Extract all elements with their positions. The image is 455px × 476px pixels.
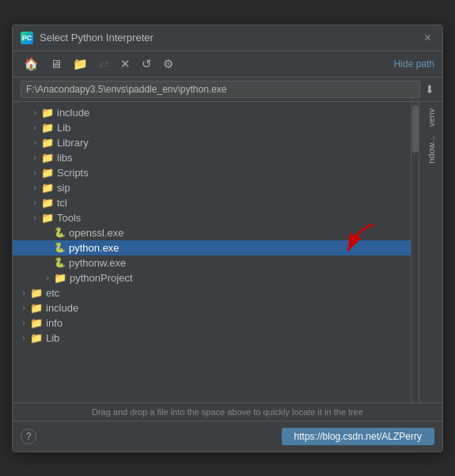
folder-icon: 📁 (30, 317, 43, 329)
item-label: tcl (57, 197, 67, 209)
chevron-icon: › (28, 168, 41, 177)
chevron-icon: › (28, 198, 41, 207)
item-label: Tools (57, 212, 81, 224)
tree-item-info[interactable]: › 📁 info (13, 315, 411, 331)
folder-icon: 📁 (30, 332, 43, 344)
monitor-button[interactable]: 🖥 (47, 55, 65, 73)
tree-item-openssl[interactable]: 🐍 openssl.exe (13, 225, 411, 240)
tree-item-tools[interactable]: › 📁 Tools (13, 210, 411, 225)
folder-button[interactable]: 📁 (70, 55, 91, 74)
tree-item-pythonw[interactable]: 🐍 pythonw.exe (13, 255, 411, 270)
chevron-icon: › (28, 108, 41, 117)
folder-icon: 📁 (54, 272, 66, 284)
chevron-icon: › (28, 123, 41, 132)
folder-icon: 📁 (30, 302, 43, 314)
folder-icon: 📁 (41, 212, 54, 224)
tree-item-libs[interactable]: › 📁 libs (13, 150, 411, 165)
path-input[interactable] (21, 81, 420, 98)
chevron-icon: › (17, 303, 30, 312)
tree-item-lib2[interactable]: › 📁 Lib (13, 331, 411, 346)
item-label: include (46, 302, 78, 314)
pycharm-logo: PC (21, 32, 33, 44)
status-message: Drag and drop a file into the space abov… (92, 407, 363, 417)
tree-item-scripts[interactable]: › 📁 Scripts (13, 165, 411, 180)
item-label: Library (57, 137, 89, 149)
file-icon: 🐍 (54, 257, 66, 268)
chevron-icon: › (17, 318, 30, 327)
python-file-icon: 🐍 (54, 242, 66, 253)
item-label-python-exe: python.exe (69, 242, 119, 254)
close-button[interactable]: × (421, 30, 434, 46)
ok-button[interactable]: https://blog.csdn.net/ALZPerry (282, 428, 434, 445)
folder-icon: 📁 (41, 137, 54, 149)
folder-icon: 📁 (41, 167, 54, 179)
folder-icon: 📁 (41, 152, 54, 164)
tree-item-tcl[interactable]: › 📁 tcl (13, 195, 411, 210)
download-button[interactable]: ⬇ (425, 83, 434, 96)
title-left: PC Select Python Interpreter (21, 32, 154, 44)
folder-icon: 📁 (30, 287, 43, 299)
folder-icon: 📁 (41, 197, 54, 209)
toolbar: 🏠 🖥 📁 ⇄ ✕ ↺ ⚙ Hide path (13, 51, 442, 77)
settings-button[interactable]: ⚙ (160, 55, 176, 74)
folder-icon: 📁 (41, 122, 54, 134)
file-icon: 🐍 (54, 227, 66, 238)
title-bar: PC Select Python Interpreter × (13, 25, 442, 51)
item-label: Lib (46, 332, 59, 344)
tree-item-include2[interactable]: › 📁 include (13, 300, 411, 315)
tree-item-library[interactable]: › 📁 Library (13, 135, 411, 150)
side-panel: venv ndow... (419, 102, 442, 402)
folder-icon: 📁 (41, 182, 54, 194)
item-label: sip (57, 182, 70, 194)
help-button[interactable]: ? (21, 429, 36, 444)
item-label: info (46, 317, 63, 329)
refresh-button[interactable]: ↺ (138, 55, 155, 74)
chevron-icon: › (41, 273, 54, 282)
chevron-icon: › (28, 138, 41, 147)
chevron-icon: › (17, 288, 30, 297)
folder-icon: 📁 (41, 107, 54, 119)
select-interpreter-dialog: PC Select Python Interpreter × 🏠 🖥 📁 ⇄ ✕… (12, 25, 443, 452)
item-label: include (57, 107, 89, 119)
chevron-icon: › (28, 153, 41, 162)
chevron-icon: › (17, 333, 30, 342)
chevron-icon: › (28, 183, 41, 192)
item-label: Lib (57, 122, 70, 134)
file-tree[interactable]: › 📁 include › 📁 Lib › 📁 Library › 📁 libs (13, 102, 411, 402)
tree-item-pythonproject[interactable]: › 📁 pythonProject (13, 270, 411, 285)
item-label: pythonProject (70, 272, 133, 284)
item-label: pythonw.exe (69, 257, 126, 269)
item-label: libs (57, 152, 73, 164)
path-bar: ⬇ (13, 77, 442, 102)
chevron-icon: › (28, 213, 41, 222)
tree-item-python-exe[interactable]: 🐍 python.exe (13, 240, 411, 255)
tree-item-lib[interactable]: › 📁 Lib (13, 120, 411, 135)
item-label: Scripts (57, 167, 89, 179)
tree-item-etc[interactable]: › 📁 etc (13, 285, 411, 300)
tree-item-include[interactable]: › 📁 include (13, 105, 411, 120)
delete-button[interactable]: ✕ (117, 55, 134, 74)
dialog-title: Select Python Interpreter (40, 32, 154, 43)
scrollbar[interactable] (411, 102, 419, 402)
toolbar-buttons: 🏠 🖥 📁 ⇄ ✕ ↺ ⚙ (21, 55, 176, 74)
ndow-label: ndow... (423, 133, 439, 167)
item-label: openssl.exe (69, 227, 123, 239)
hide-path-button[interactable]: Hide path (394, 59, 434, 70)
scrollbar-thumb[interactable] (412, 105, 419, 153)
main-content: › 📁 include › 📁 Lib › 📁 Library › 📁 libs (13, 102, 442, 402)
venv-label: venv (423, 105, 439, 130)
item-label: etc (46, 287, 59, 299)
status-bar: Drag and drop a file into the space abov… (13, 402, 442, 421)
home-button[interactable]: 🏠 (21, 55, 42, 74)
move-button[interactable]: ⇄ (96, 55, 112, 74)
tree-item-sip[interactable]: › 📁 sip (13, 180, 411, 195)
footer: ? https://blog.csdn.net/ALZPerry (13, 421, 442, 451)
